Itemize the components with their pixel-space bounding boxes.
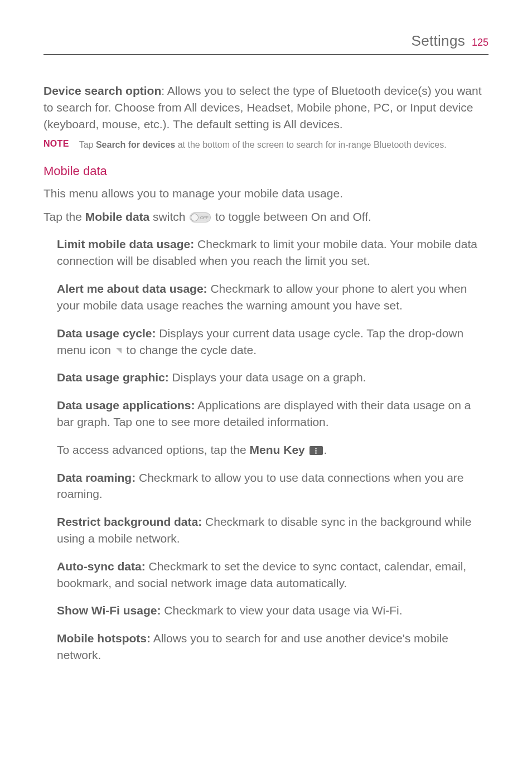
- menu-key-icon: [309, 446, 323, 455]
- note-text: Tap Search for devices at the bottom of …: [79, 139, 447, 151]
- data-usage-applications: Data usage applications: Applications ar…: [57, 397, 489, 430]
- cycle-label: Data usage cycle:: [57, 327, 156, 340]
- advanced-options: To access advanced options, tap the Menu…: [57, 442, 489, 458]
- dropdown-triangle-icon: [116, 348, 122, 354]
- mobile-data-switch-para: Tap the Mobile data switch to toggle bet…: [43, 209, 489, 225]
- switch-mid: switch: [149, 210, 188, 223]
- device-search-paragraph: Device search option: Allows you to sele…: [43, 83, 489, 132]
- header-title: Settings: [412, 32, 465, 50]
- note-block: NOTE Tap Search for devices at the botto…: [43, 139, 489, 151]
- page-number: 125: [472, 37, 489, 49]
- wifi-label: Show Wi-Fi usage:: [57, 604, 161, 617]
- switch-pre: Tap the: [43, 210, 85, 223]
- data-usage-graphic: Data usage graphic: Displays your data u…: [57, 369, 489, 386]
- switch-post: to toggle between On and Off.: [212, 210, 371, 223]
- wifi-text: Checkmark to view your data usage via Wi…: [161, 604, 402, 617]
- note-label: NOTE: [43, 139, 69, 151]
- auto-sync-data: Auto-sync data: Checkmark to set the dev…: [57, 558, 489, 592]
- apps-label: Data usage applications:: [57, 399, 195, 411]
- mobile-data-heading: Mobile data: [43, 164, 489, 178]
- autosync-label: Auto-sync data:: [57, 560, 146, 573]
- restrict-background: Restrict background data: Checkmark to d…: [57, 514, 489, 547]
- restrict-label: Restrict background data:: [57, 515, 202, 528]
- graphic-label: Data usage graphic:: [57, 371, 169, 384]
- note-post: at the bottom of the screen to search fo…: [175, 140, 447, 149]
- switch-bold: Mobile data: [85, 210, 150, 223]
- data-roaming: Data roaming: Checkmark to allow you to …: [57, 469, 489, 503]
- show-wifi-usage: Show Wi-Fi usage: Checkmark to view your…: [57, 602, 489, 619]
- menu-key-label: Menu Key: [250, 443, 305, 456]
- limit-mobile-data: Limit mobile data usage: Checkmark to li…: [57, 236, 489, 269]
- mobile-data-intro: This menu allows you to manage your mobi…: [43, 185, 489, 202]
- advanced-pre: To access advanced options, tap the: [57, 443, 250, 456]
- graphic-text: Displays your data usage on a graph.: [169, 371, 366, 384]
- alert-data-usage: Alert me about data usage: Checkmark to …: [57, 280, 489, 314]
- cycle-post: to change the cycle date.: [123, 343, 257, 356]
- data-usage-cycle: Data usage cycle: Displays your current …: [57, 325, 489, 359]
- advanced-post: .: [324, 443, 327, 456]
- roaming-label: Data roaming:: [57, 471, 136, 484]
- alert-label: Alert me about data usage:: [57, 282, 207, 295]
- toggle-off-icon: [190, 212, 211, 222]
- limit-label: Limit mobile data usage:: [57, 238, 194, 250]
- page-header: Settings 125: [43, 32, 489, 55]
- device-search-label: Device search option: [43, 84, 161, 97]
- note-bold: Search for devices: [96, 140, 175, 149]
- mobile-hotspots: Mobile hotspots: Allows you to search fo…: [57, 630, 489, 664]
- note-pre: Tap: [79, 140, 96, 149]
- hotspot-label: Mobile hotspots:: [57, 632, 151, 645]
